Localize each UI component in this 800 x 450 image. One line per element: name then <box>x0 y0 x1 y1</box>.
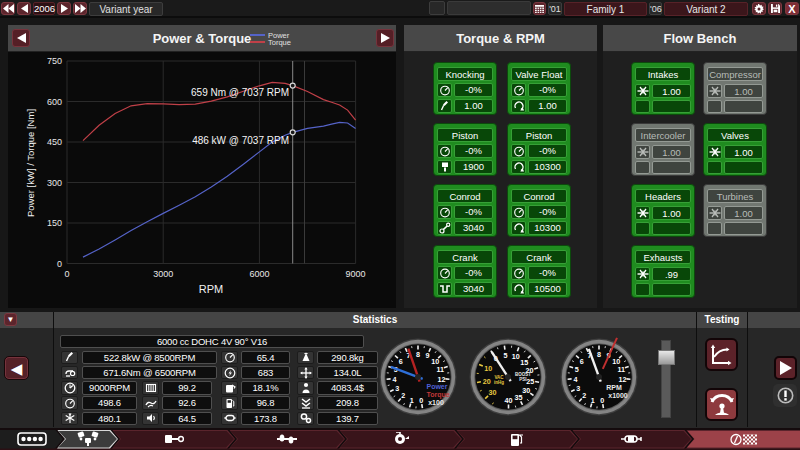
svg-text:600: 600 <box>47 97 62 107</box>
svg-text:35: 35 <box>514 393 522 402</box>
svg-text:10: 10 <box>484 364 492 373</box>
svg-text:2: 2 <box>582 391 586 400</box>
svg-text:inHg: inHg <box>494 380 504 385</box>
svg-text:750: 750 <box>47 56 62 66</box>
svg-text:12: 12 <box>618 375 626 384</box>
svg-text:11: 11 <box>436 365 444 374</box>
svg-text:PSI: PSI <box>519 377 526 382</box>
svg-text:1: 1 <box>591 396 595 405</box>
svg-text:6000: 6000 <box>249 269 269 279</box>
svg-text:4: 4 <box>393 375 397 384</box>
svg-text:9000: 9000 <box>346 269 366 279</box>
svg-text:40: 40 <box>504 396 512 405</box>
svg-text:x100: x100 <box>428 399 444 406</box>
svg-text:6: 6 <box>399 357 403 366</box>
svg-text:11: 11 <box>617 365 625 374</box>
svg-text:6: 6 <box>580 357 584 366</box>
svg-text:3: 3 <box>576 384 580 393</box>
svg-text:8: 8 <box>597 350 601 359</box>
svg-text:Power: Power <box>426 383 447 390</box>
svg-text:0: 0 <box>600 396 604 405</box>
svg-text:RPM: RPM <box>199 283 223 295</box>
svg-text:3: 3 <box>395 384 399 393</box>
svg-text:9: 9 <box>425 351 429 360</box>
svg-text:2: 2 <box>401 391 405 400</box>
svg-text:30: 30 <box>522 386 530 395</box>
svg-text:10: 10 <box>512 352 520 361</box>
svg-text:25: 25 <box>526 377 534 386</box>
svg-text:300: 300 <box>47 178 62 188</box>
svg-text:30: 30 <box>488 388 496 397</box>
svg-text:4: 4 <box>574 375 578 384</box>
svg-text:5: 5 <box>504 351 508 360</box>
svg-text:659 Nm @ 7037 RPM: 659 Nm @ 7037 RPM <box>191 87 289 98</box>
svg-text:1: 1 <box>410 396 414 405</box>
svg-text:20: 20 <box>483 377 491 386</box>
svg-text:RPM: RPM <box>606 384 622 391</box>
svg-text:150: 150 <box>47 218 62 228</box>
svg-text:x1000: x1000 <box>608 392 628 399</box>
svg-text:3000: 3000 <box>153 269 173 279</box>
svg-text:15: 15 <box>520 358 528 367</box>
svg-text:Power [kW] / Torque [Nm]: Power [kW] / Torque [Nm] <box>25 109 36 217</box>
svg-text:0: 0 <box>64 269 69 279</box>
svg-text:0: 0 <box>419 396 423 405</box>
svg-text:486 kW @ 7037 RPM: 486 kW @ 7037 RPM <box>192 135 289 146</box>
svg-text:450: 450 <box>47 137 62 147</box>
svg-text:Torque: Torque <box>426 391 449 399</box>
svg-text:5: 5 <box>575 365 579 374</box>
svg-text:8: 8 <box>416 350 420 359</box>
svg-text:0: 0 <box>57 259 62 269</box>
